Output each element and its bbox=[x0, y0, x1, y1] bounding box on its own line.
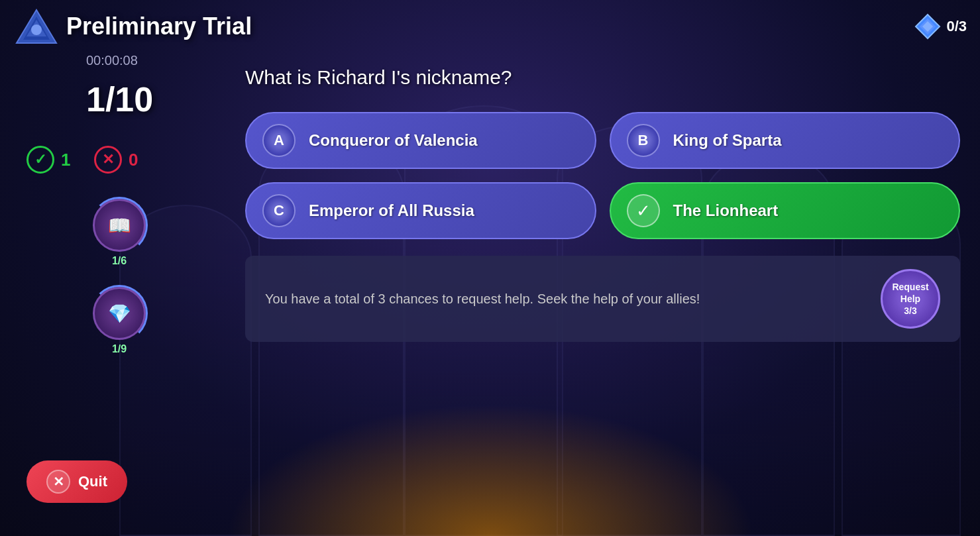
timer: 00:00:08 bbox=[86, 53, 138, 68]
help-text: You have a total of 3 chances to request… bbox=[265, 292, 881, 307]
header: Preliminary Trial 0/3 bbox=[0, 0, 980, 53]
main-content: What is Richard I's nickname? A Conquero… bbox=[245, 66, 960, 342]
quit-x-icon: ✕ bbox=[46, 470, 70, 494]
item-1-count: 1/6 bbox=[112, 255, 127, 267]
answer-b-letter: B bbox=[627, 124, 660, 157]
correct-score: 1 bbox=[61, 150, 87, 170]
request-help-button[interactable]: Request Help 3/3 bbox=[881, 269, 940, 329]
answer-a-letter: A bbox=[262, 124, 296, 157]
correct-icon: ✓ bbox=[27, 146, 54, 174]
answer-a-text: Conqueror of Valencia bbox=[309, 131, 478, 150]
answer-d-check: ✓ bbox=[627, 194, 660, 227]
question-text: What is Richard I's nickname? bbox=[245, 66, 960, 89]
answer-c-text: Emperor of All Russia bbox=[309, 201, 474, 220]
page-title: Preliminary Trial bbox=[66, 13, 252, 40]
answer-c[interactable]: C Emperor of All Russia bbox=[245, 182, 596, 239]
item-2: 💎 1/9 bbox=[93, 287, 146, 355]
request-help-label: Request Help bbox=[883, 281, 938, 305]
item-2-count: 1/9 bbox=[112, 343, 127, 355]
answer-d[interactable]: ✓ The Lionheart bbox=[610, 182, 961, 239]
gem-icon: 💎 bbox=[108, 303, 131, 325]
answer-d-text: The Lionheart bbox=[673, 201, 779, 220]
quit-label: Quit bbox=[78, 473, 107, 490]
lives-count: 0/3 bbox=[946, 18, 967, 35]
item-2-circle: 💎 bbox=[93, 287, 146, 340]
answer-a[interactable]: A Conqueror of Valencia bbox=[245, 112, 596, 169]
diamond-icon bbox=[914, 13, 941, 40]
incorrect-score: 0 bbox=[129, 150, 155, 170]
svg-point-3 bbox=[31, 25, 42, 35]
header-icon bbox=[13, 7, 60, 46]
answers-grid: A Conqueror of Valencia B King of Sparta… bbox=[245, 112, 960, 239]
quit-button[interactable]: ✕ Quit bbox=[27, 460, 127, 503]
book-icon: 📖 bbox=[108, 215, 131, 237]
question-counter: 1/10 bbox=[86, 80, 153, 119]
item-1-circle: 📖 bbox=[93, 199, 146, 252]
left-items: 📖 1/6 💎 1/9 bbox=[93, 199, 146, 355]
answer-b-text: King of Sparta bbox=[673, 131, 782, 150]
help-bar: You have a total of 3 chances to request… bbox=[245, 256, 960, 342]
request-help-count: 3/3 bbox=[904, 305, 916, 317]
incorrect-icon: ✕ bbox=[94, 146, 122, 174]
answer-c-letter: C bbox=[262, 194, 296, 227]
bottom-glow bbox=[225, 403, 755, 536]
item-1: 📖 1/6 bbox=[93, 199, 146, 267]
header-right: 0/3 bbox=[914, 13, 967, 40]
answer-b[interactable]: B King of Sparta bbox=[610, 112, 961, 169]
score-row: ✓ 1 ✕ 0 bbox=[27, 146, 155, 174]
